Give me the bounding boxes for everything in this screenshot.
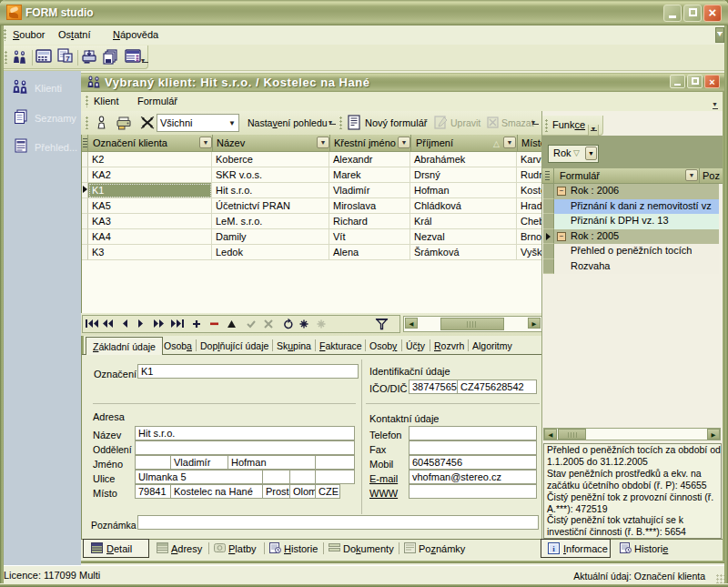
- svg-text:7: 7: [66, 55, 70, 63]
